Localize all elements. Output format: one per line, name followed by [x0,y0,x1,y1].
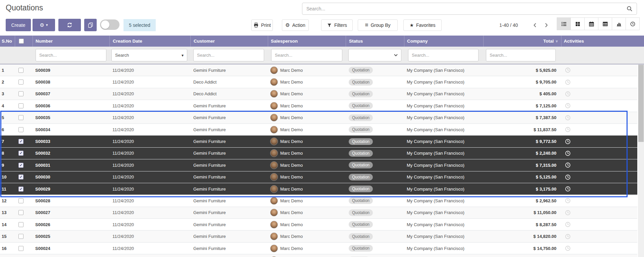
filter-total-input[interactable] [486,49,556,61]
header-status[interactable]: Status [346,36,404,47]
header-company[interactable]: Company [404,36,483,47]
row-checkbox[interactable] [18,187,23,192]
filter-company-input[interactable] [408,49,479,61]
activity-clock-icon[interactable] [565,221,571,227]
activity-clock-icon[interactable] [565,139,571,145]
gear-icon: ⚙ [40,22,44,28]
activity-clock-icon[interactable] [565,245,571,251]
table-row[interactable]: 7S0003311/24/2020Gemini FurnitureMarc De… [0,136,637,147]
company-name: My Company (San Francisco) [404,88,483,100]
filter-creation-date[interactable]: Search ▾ [111,49,187,61]
activity-clock-icon[interactable] [565,79,571,85]
activity-clock-icon[interactable] [565,210,571,216]
activity-clock-icon[interactable] [565,150,571,156]
table-row[interactable]: 12S0002811/24/2020Gemini FurnitureMarc D… [0,195,637,207]
header-activities[interactable]: Activities [561,36,644,47]
select-mode-toggle[interactable] [100,19,119,30]
activity-clock-icon[interactable] [565,186,571,192]
row-checkbox[interactable] [18,222,23,227]
row-checkbox[interactable] [18,115,23,120]
table-row[interactable]: 5S0003511/24/2020Gemini FurnitureMarc De… [0,112,637,124]
activity-clock-icon[interactable] [565,234,571,240]
row-checkbox[interactable] [18,198,23,203]
activity-clock-icon[interactable] [565,126,571,133]
row-checkbox-cell [15,243,33,254]
pager-next-button[interactable] [542,19,551,31]
view-list-button[interactable] [557,17,571,30]
activity-clock-icon[interactable] [565,198,571,204]
creation-date: 11/24/2020 [109,136,190,147]
header-salesperson[interactable]: Salesperson [268,36,346,47]
salesperson-cell: Marc Demo [268,230,346,242]
table-row[interactable]: 6S0003411/24/2020Gemini FurnitureMarc De… [0,124,637,136]
view-kanban-button[interactable] [571,17,585,30]
creation-date: 11/24/2020 [109,207,190,218]
view-pivot-button[interactable] [598,17,612,30]
row-checkbox[interactable] [18,174,23,179]
row-checkbox[interactable] [18,234,23,239]
activity-clock-icon[interactable] [565,174,571,180]
header-customer[interactable]: Customer [190,36,268,47]
create-button[interactable]: Create [6,19,31,31]
view-activity-button[interactable] [626,17,640,30]
activity-clock-icon[interactable] [565,67,571,73]
table-row[interactable]: 10S0003011/24/2020Gemini FurnitureMarc D… [0,171,637,183]
action-button[interactable]: ⚙ Action [282,19,309,31]
row-checkbox[interactable] [18,127,23,132]
table-row[interactable] [0,254,637,257]
favorites-button[interactable]: ★ Favorites [403,19,442,31]
table-row[interactable]: 15S0002511/24/2020Gemini FurnitureMarc D… [0,230,637,242]
view-calendar-button[interactable] [584,17,598,30]
global-search-input[interactable] [306,6,627,11]
row-checkbox[interactable] [18,210,23,215]
table-row[interactable]: 4S0003611/24/2020Gemini FurnitureMarc De… [0,100,637,112]
table-row[interactable]: 2S0003811/24/2020Deco AddictMarc DemoQuo… [0,76,637,88]
row-checkbox[interactable] [18,139,23,144]
activity-clock-icon[interactable] [565,103,571,109]
filter-status-select[interactable] [348,49,401,61]
global-search-box[interactable] [302,3,637,15]
duplicate-button[interactable] [84,19,97,31]
total-amount: $ 2,962.50 [483,195,561,206]
table-row[interactable]: 1S0003911/24/2020Gemini FurnitureMarc De… [0,64,637,76]
table-row[interactable]: 3S0003711/24/2020Deco AddictMarc DemoQuo… [0,88,637,100]
filter-number-input[interactable] [36,49,106,61]
vertical-scrollbar-thumb[interactable] [638,65,644,142]
filters-button[interactable]: Filters [321,19,353,31]
table-row[interactable]: 11S0002911/24/2020Gemini FurnitureMarc D… [0,183,637,195]
status-badge: Quotation [349,150,373,157]
table-row[interactable]: 16S0002411/24/2020Gemini FurnitureMarc D… [0,243,637,254]
print-button[interactable]: Print [251,19,273,31]
pager-previous-button[interactable] [530,19,540,31]
filter-customer-input[interactable] [193,49,264,61]
row-checkbox[interactable] [18,246,23,251]
row-checkbox[interactable] [18,80,23,85]
table-row[interactable]: 13S0002711/24/2020Gemini FurnitureMarc D… [0,207,637,219]
activity-clock-icon[interactable] [565,91,571,97]
row-index: 16 [0,243,15,254]
filter-salesperson-input[interactable] [271,49,342,61]
table-row[interactable]: 14S0002611/24/2020Gemini FurnitureMarc D… [0,219,637,230]
select-all-checkbox[interactable] [19,39,24,44]
refresh-button[interactable] [58,19,81,31]
row-checkbox[interactable] [18,91,23,96]
selected-count-badge: 5 selected [123,19,156,31]
row-checkbox[interactable] [18,163,23,168]
group-by-button[interactable]: ≡ Group By [358,19,398,31]
table-row[interactable]: 9S0003111/24/2020Gemini FurnitureMarc De… [0,159,637,171]
row-checkbox[interactable] [18,151,23,156]
header-total[interactable]: Total▾ [483,36,561,47]
row-checkbox[interactable] [18,68,23,73]
view-graph-button[interactable] [612,17,626,30]
table-row[interactable]: 8S0003211/24/2020Gemini FurnitureMarc De… [0,148,637,159]
header-sno[interactable]: S.No [0,36,15,47]
header-creation-date[interactable]: Creation Date [109,36,190,47]
salesperson-cell: Marc Demo [268,136,346,147]
row-checkbox[interactable] [18,103,23,108]
activity-clock-icon[interactable] [565,115,571,121]
salesperson-name: Marc Demo [280,68,303,73]
settings-dropdown-button[interactable]: ⚙ ▾ [33,19,55,31]
header-select-all[interactable] [15,36,33,47]
activity-clock-icon[interactable] [565,162,571,168]
header-number[interactable]: Number [33,36,109,47]
